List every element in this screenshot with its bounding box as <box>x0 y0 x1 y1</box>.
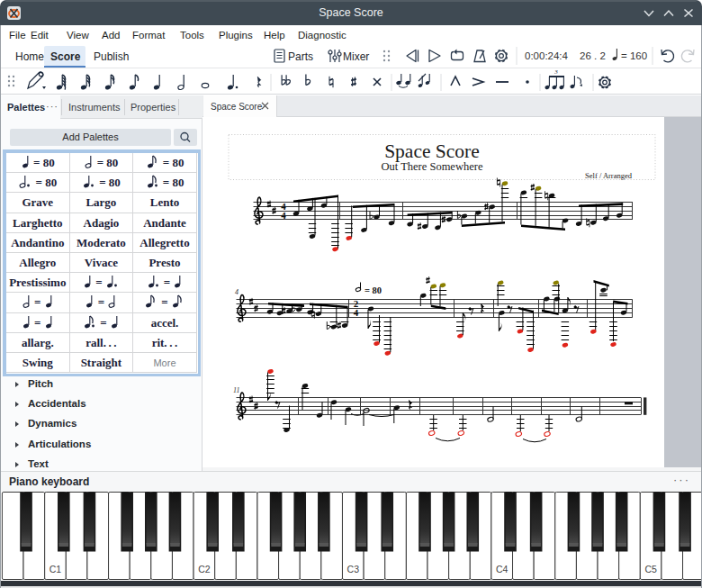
svg-text:C2: C2 <box>198 564 211 574</box>
svg-text:C4: C4 <box>496 564 508 574</box>
svg-text:Space Score: Space Score <box>384 140 480 162</box>
svg-text:Self / Arranged: Self / Arranged <box>585 171 633 180</box>
svg-text:C1: C1 <box>50 564 62 574</box>
svg-text:4: 4 <box>235 288 238 296</box>
svg-text:4: 4 <box>354 307 359 318</box>
svg-text:C3: C3 <box>347 564 360 574</box>
svg-text:= 80: = 80 <box>364 285 382 295</box>
svg-text:11: 11 <box>233 386 239 394</box>
svg-text:3: 3 <box>554 68 558 76</box>
svg-text:4: 4 <box>281 210 286 221</box>
svg-text:Out There Somewhere: Out There Somewhere <box>382 160 483 173</box>
svg-text:C5: C5 <box>644 564 657 574</box>
